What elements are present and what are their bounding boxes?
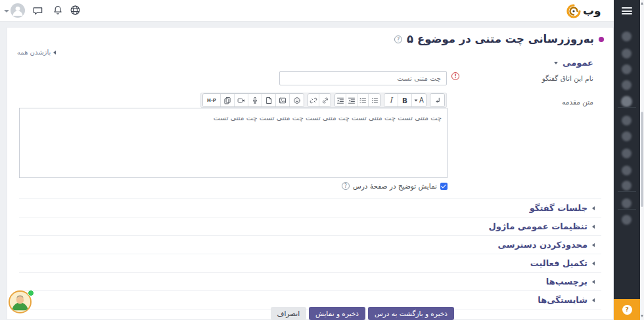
chat-edit-page: وب بازشدن همه به‌روزرسانی چت متنی در موض… [0, 0, 644, 320]
toolbar-group-lists [334, 93, 380, 107]
scrollbar-thumb[interactable] [641, 112, 643, 207]
scrollbar-down-arrow[interactable] [641, 315, 643, 317]
microphone-icon[interactable] [248, 94, 262, 106]
sidebar-blurred-icon[interactable] [622, 198, 632, 208]
name-label: نام این اتاق گفتگو [542, 74, 593, 82]
sidebar-blurred-icon[interactable] [622, 116, 632, 126]
toolbar-group-insert: H-P [202, 93, 304, 107]
save-display-button[interactable]: ذخیره و نمایش [309, 307, 365, 320]
editor-toolbar: H-P [200, 93, 447, 108]
collapsed-section-0[interactable]: جلسات گفتگو [19, 198, 601, 217]
indent-icon[interactable] [335, 94, 346, 106]
sidebar-blurred-icon[interactable] [622, 80, 632, 90]
online-status-dot [28, 290, 34, 296]
chevron-left-icon [592, 298, 595, 302]
bell-icon[interactable] [53, 5, 63, 16]
collapsed-section-1[interactable]: تنظیمات عمومی ماژول [19, 217, 601, 235]
section-label: تنظیمات عمومی ماژول [488, 221, 587, 231]
collapsed-section-2[interactable]: محدودکردن دسترسی [19, 235, 601, 254]
help-icon[interactable] [394, 35, 402, 43]
unlink-icon[interactable] [308, 94, 319, 106]
question-mark-icon [622, 305, 632, 315]
chat-name-input[interactable] [279, 71, 447, 85]
sidebar-divider [618, 107, 636, 108]
section-label: محدودکردن دسترسی [498, 240, 587, 250]
link-icon[interactable] [319, 94, 331, 106]
chat-bubble-icon[interactable] [32, 5, 43, 16]
right-sidebar [614, 0, 640, 320]
return-arrow-icon[interactable] [430, 94, 444, 106]
chevron-left-icon [592, 225, 595, 229]
expand-all-link[interactable]: بازشدن همه [17, 49, 56, 56]
section-label: تکمیل فعالیت [530, 258, 587, 268]
logo-text: وب [583, 2, 601, 20]
video-camera-icon[interactable] [235, 94, 248, 106]
collapsed-section-4[interactable]: برچسب‌ها [19, 272, 601, 290]
caret-down-icon [415, 99, 418, 101]
collapsed-sections-list: جلسات گفتگوتنظیمات عمومی ماژولمحدودکردن … [19, 198, 601, 309]
sidebar-blurred-icon[interactable] [622, 64, 632, 74]
form-actions: ذخیره و بازگشت به درس ذخیره و نمایش انصر… [271, 307, 454, 320]
sidebar-blurred-icon[interactable] [622, 149, 632, 158]
copy-icon[interactable] [221, 94, 235, 106]
toolbar-group-direction [430, 93, 445, 107]
unordered-list-icon[interactable] [369, 94, 380, 106]
help-orange-button[interactable] [614, 299, 640, 320]
sidebar-blurred-icon[interactable] [622, 166, 632, 175]
chevron-left-icon [592, 206, 595, 210]
collapsed-section-5[interactable]: شایستگی‌ها [19, 290, 601, 309]
section-label: جلسات گفتگو [530, 203, 587, 213]
intro-label: متن مقدمه [562, 98, 593, 106]
menu-icon[interactable] [622, 7, 632, 15]
chevron-left-icon [592, 262, 595, 265]
logo-swirl-icon [565, 3, 582, 20]
page-title-row: به‌روزرسانی چت متنی در موضوع ۵ [394, 33, 604, 45]
chevron-down-icon [554, 62, 558, 64]
globe-icon[interactable] [70, 5, 81, 16]
section-label: شایستگی‌ها [538, 295, 587, 305]
top-header: وب [0, 0, 614, 22]
sidebar-divider [618, 209, 636, 210]
user-avatar[interactable] [11, 3, 25, 18]
intro-editor-textarea[interactable]: چت متنی تست چت متنی تست چت متنی تست چت م… [19, 108, 448, 178]
save-return-button[interactable]: ذخیره و بازگشت به درس [368, 307, 454, 320]
required-icon [451, 72, 459, 80]
toolbar-group-link [308, 93, 331, 107]
chevron-left-icon [592, 280, 595, 284]
collapsed-section-3[interactable]: تکمیل فعالیت [19, 254, 601, 272]
cancel-button[interactable]: انصراف [271, 307, 307, 320]
ordered-list-icon[interactable] [357, 94, 369, 106]
sidebar-blurred-icon[interactable] [622, 181, 632, 191]
section-label: برچسب‌ها [546, 277, 587, 286]
html-source-button[interactable]: H-P [203, 94, 221, 106]
expand-all-label: بازشدن همه [17, 49, 51, 56]
show-description-checkbox[interactable] [440, 183, 448, 190]
user-menu-caret-icon[interactable] [4, 10, 9, 12]
help-icon[interactable] [342, 182, 350, 190]
chevron-left-icon [53, 51, 56, 55]
font-style-button[interactable]: A [412, 94, 426, 106]
site-logo[interactable]: وب [565, 2, 601, 20]
sidebar-blurred-icon[interactable] [621, 96, 632, 107]
sidebar-blurred-icon[interactable] [622, 49, 632, 58]
section-general-header[interactable]: عمومی [554, 58, 593, 68]
toolbar-group-format: I B A [384, 93, 426, 107]
italic-button[interactable]: I [384, 94, 398, 106]
image-icon[interactable] [276, 94, 290, 106]
scrollbar-up-arrow[interactable] [641, 2, 643, 5]
sidebar-blurred-icon[interactable] [622, 131, 632, 141]
emoji-icon[interactable] [290, 94, 304, 106]
show-description-label: نمایش توضیح در صفحهٔ درس [353, 182, 437, 190]
bold-button[interactable]: B [398, 94, 412, 106]
show-description-row: نمایش توضیح در صفحهٔ درس [342, 182, 448, 190]
page-title: به‌روزرسانی چت متنی در موضوع ۵ [407, 33, 594, 45]
sidebar-divider [618, 191, 636, 192]
outdent-icon[interactable] [346, 94, 357, 106]
file-icon[interactable] [262, 94, 276, 106]
chevron-left-icon [592, 243, 595, 247]
sidebar-blurred-icon[interactable] [622, 215, 632, 225]
sidebar-blurred-icon[interactable] [622, 32, 632, 41]
activity-dot-icon [599, 37, 604, 42]
form-card: بازشدن همه به‌روزرسانی چت متنی در موضوع … [7, 27, 614, 320]
section-general-label: عمومی [563, 58, 593, 68]
